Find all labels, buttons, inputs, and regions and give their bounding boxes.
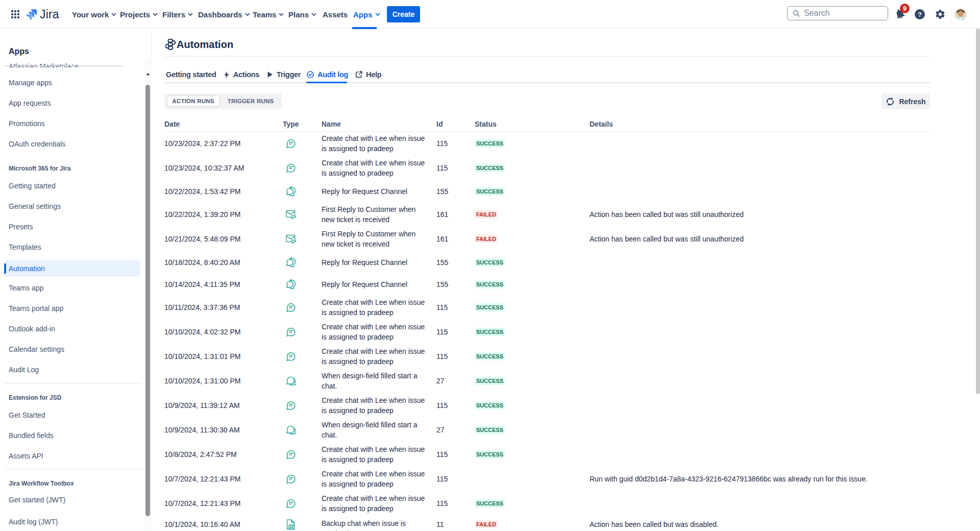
svg-text:?: ? <box>918 11 922 18</box>
